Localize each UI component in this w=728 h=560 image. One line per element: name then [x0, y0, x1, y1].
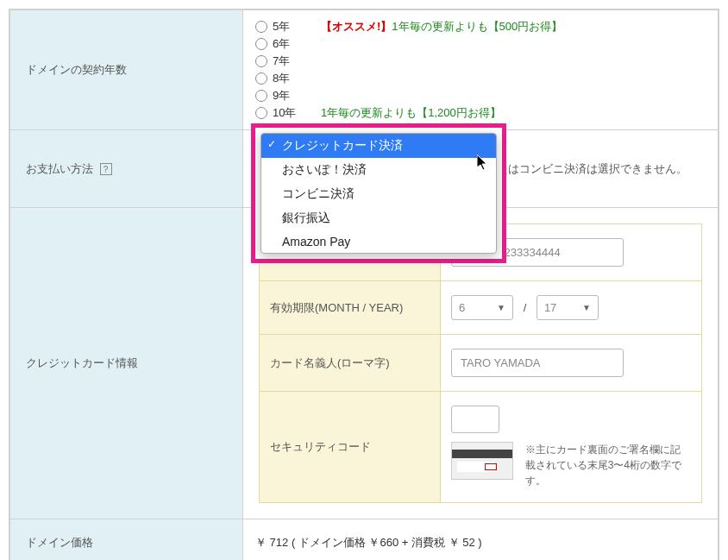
year-option-7[interactable]: 7年 — [255, 53, 706, 69]
dropdown-option-amazon-pay[interactable]: Amazon Pay — [261, 230, 496, 253]
expiry-year-select[interactable]: 17 ▼ — [537, 295, 599, 320]
payment-method-label: お支払い方法 ? — [10, 130, 243, 208]
dropdown-option-bank[interactable]: 銀行振込 — [261, 206, 496, 230]
card-back-icon — [451, 442, 513, 480]
domain-price-value: ￥ 712 ( ドメイン価格 ￥660 + 消費税 ￥ 52 ) — [243, 519, 719, 561]
security-code-input[interactable] — [451, 406, 499, 433]
discount-note: 1年毎の更新よりも【500円お得】 — [392, 19, 562, 35]
dropdown-option-conbini[interactable]: コンビニ決済 — [261, 182, 496, 206]
security-code-note: ※主にカード裏面のご署名欄に記載されている末尾3〜4桁の数字です。 — [525, 442, 689, 488]
radio-icon — [255, 55, 267, 67]
radio-icon — [255, 90, 267, 102]
radio-icon — [255, 107, 267, 119]
year-option-6[interactable]: 6年 — [255, 36, 706, 52]
recommended-badge: 【オススメ!】 — [321, 19, 392, 35]
year-option-9[interactable]: 9年 — [255, 88, 706, 104]
row-contract-years: ドメインの契約年数 5年 【オススメ!】 1年毎の更新よりも【500円お得】 6… — [10, 10, 719, 130]
dropdown-option-osaipo[interactable]: おさいぽ！決済 — [261, 158, 496, 182]
radio-icon — [255, 38, 267, 50]
year-option-8[interactable]: 8年 — [255, 71, 706, 86]
year-option-10[interactable]: 10年 1年毎の更新よりも【1,200円お得】 — [255, 105, 706, 121]
expiry-label: 有効期限(MONTH / YEAR) — [260, 281, 441, 335]
radio-icon — [255, 21, 267, 33]
row-domain-price: ドメイン価格 ￥ 712 ( ドメイン価格 ￥660 + 消費税 ￥ 52 ) — [10, 519, 719, 561]
card-info-label: クレジットカード情報 — [10, 208, 243, 519]
year-option-5[interactable]: 5年 【オススメ!】 1年毎の更新よりも【500円お得】 — [255, 19, 706, 35]
chevron-down-icon: ▼ — [497, 303, 505, 312]
payment-restriction-note: たはコンビニ決済は選択できません。 — [497, 161, 706, 177]
discount-note: 1年毎の更新よりも【1,200円お得】 — [321, 105, 501, 121]
dropdown-option-credit-card[interactable]: クレジットカード決済 — [261, 134, 496, 158]
chevron-down-icon: ▼ — [582, 303, 591, 312]
card-name-input[interactable] — [451, 349, 624, 377]
security-code-label: セキュリティコード — [260, 392, 441, 503]
contract-years-label: ドメインの契約年数 — [10, 10, 243, 130]
domain-price-label: ドメイン価格 — [10, 519, 243, 561]
help-icon[interactable]: ? — [100, 163, 112, 175]
card-name-label: カード名義人(ローマ字) — [260, 335, 441, 392]
expiry-month-select[interactable]: 6 ▼ — [451, 295, 513, 320]
radio-icon — [255, 72, 267, 85]
payment-method-dropdown: クレジットカード決済 おさいぽ！決済 コンビニ決済 銀行振込 Amazon Pa… — [251, 123, 506, 263]
